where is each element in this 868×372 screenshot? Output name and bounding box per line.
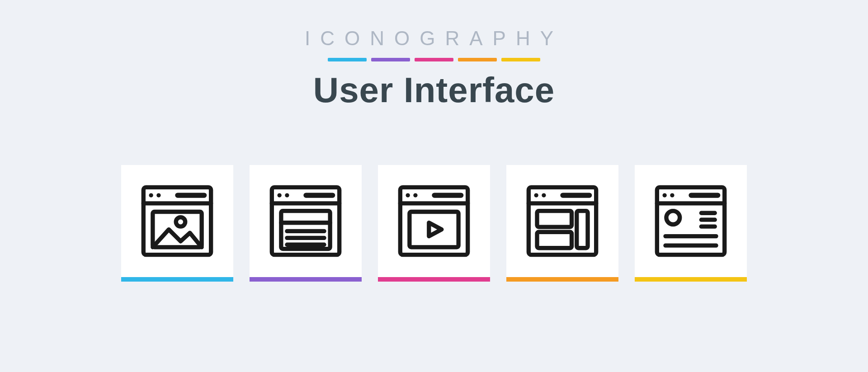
svg-rect-31 bbox=[577, 211, 588, 248]
browser-profile-icon bbox=[653, 183, 729, 259]
svg-point-2 bbox=[149, 193, 153, 197]
stripe-2 bbox=[371, 58, 410, 61]
brand-label: ICONOGRAPHY bbox=[0, 27, 868, 50]
svg-rect-39 bbox=[699, 218, 717, 222]
stripe-1 bbox=[328, 58, 367, 61]
icon-card bbox=[121, 165, 233, 282]
card-underline bbox=[635, 277, 747, 282]
browser-image-icon bbox=[139, 183, 215, 259]
svg-rect-22 bbox=[410, 212, 458, 247]
svg-rect-21 bbox=[432, 193, 463, 198]
svg-rect-38 bbox=[699, 211, 717, 215]
card-underline bbox=[506, 277, 618, 282]
svg-point-26 bbox=[534, 193, 538, 197]
stripe-5 bbox=[501, 58, 540, 61]
svg-point-9 bbox=[277, 193, 281, 197]
svg-point-27 bbox=[542, 193, 546, 197]
svg-point-3 bbox=[156, 193, 160, 197]
svg-rect-11 bbox=[303, 193, 335, 198]
icon-card bbox=[635, 165, 747, 282]
svg-rect-40 bbox=[699, 224, 717, 228]
browser-text-icon bbox=[268, 183, 344, 259]
stripe-4 bbox=[458, 58, 497, 61]
icon-card bbox=[506, 165, 618, 282]
icon-grid bbox=[121, 165, 747, 282]
svg-rect-36 bbox=[689, 193, 720, 198]
card-underline bbox=[121, 277, 233, 282]
svg-rect-29 bbox=[537, 211, 572, 227]
svg-marker-23 bbox=[429, 223, 442, 236]
svg-point-37 bbox=[666, 211, 680, 225]
card-underline bbox=[378, 277, 490, 282]
brand-stripes bbox=[0, 58, 868, 61]
svg-point-34 bbox=[662, 193, 666, 197]
svg-point-20 bbox=[413, 193, 417, 197]
icon-card bbox=[250, 165, 362, 282]
svg-rect-30 bbox=[537, 232, 572, 248]
header: ICONOGRAPHY User Interface bbox=[0, 0, 868, 111]
pack-title: User Interface bbox=[0, 70, 868, 111]
svg-rect-28 bbox=[560, 193, 592, 198]
browser-video-icon bbox=[396, 183, 472, 259]
svg-point-10 bbox=[285, 193, 289, 197]
browser-layout-icon bbox=[524, 183, 600, 259]
stripe-3 bbox=[415, 58, 453, 61]
card-underline bbox=[250, 277, 362, 282]
svg-point-19 bbox=[406, 193, 410, 197]
icon-card bbox=[378, 165, 490, 282]
svg-point-6 bbox=[176, 217, 185, 227]
svg-rect-4 bbox=[175, 193, 207, 198]
svg-point-35 bbox=[670, 193, 674, 197]
